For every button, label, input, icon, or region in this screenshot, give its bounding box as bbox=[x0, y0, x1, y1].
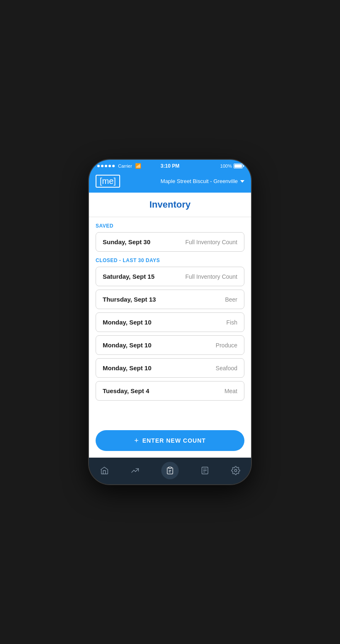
saved-section-label: SAVED bbox=[96, 223, 244, 229]
svg-rect-0 bbox=[169, 467, 172, 468]
page-title: Inventory bbox=[96, 199, 244, 210]
closed-section-label: CLOSED - LAST 30 DAYS bbox=[96, 258, 244, 263]
orders-icon bbox=[200, 466, 209, 475]
page-content: Inventory SAVED Sunday, Sept 30 Full Inv… bbox=[89, 193, 251, 458]
saved-section: SAVED Sunday, Sept 30 Full Inventory Cou… bbox=[96, 223, 244, 252]
closed-card-4[interactable]: Monday, Sept 10 Seafood bbox=[96, 358, 244, 378]
closed-card-2[interactable]: Monday, Sept 10 Fish bbox=[96, 312, 244, 332]
app-logo: [me] bbox=[96, 175, 120, 188]
status-bar: Carrier 📶 3:10 PM 100% bbox=[89, 160, 251, 171]
saved-card-type-0: Full Inventory Count bbox=[185, 239, 237, 245]
enter-count-label: ENTER NEW COUNT bbox=[142, 437, 206, 444]
nav-item-home[interactable] bbox=[100, 466, 109, 475]
saved-card-date-0: Sunday, Sept 30 bbox=[103, 238, 150, 245]
battery-percent: 100% bbox=[220, 163, 232, 168]
carrier-label: Carrier bbox=[118, 163, 132, 168]
home-icon bbox=[100, 466, 109, 475]
enter-new-count-button[interactable]: + ENTER NEW COUNT bbox=[96, 430, 244, 451]
closed-card-type-3: Produce bbox=[216, 342, 237, 349]
chevron-down-icon bbox=[240, 180, 244, 183]
plus-icon: + bbox=[134, 437, 139, 444]
closed-section: CLOSED - LAST 30 DAYS Saturday, Sept 15 … bbox=[96, 258, 244, 401]
bottom-action-area: + ENTER NEW COUNT bbox=[89, 425, 251, 458]
svg-point-7 bbox=[234, 469, 237, 472]
closed-card-3[interactable]: Monday, Sept 10 Produce bbox=[96, 335, 244, 355]
closed-card-0[interactable]: Saturday, Sept 15 Full Inventory Count bbox=[96, 267, 244, 286]
clipboard-icon bbox=[166, 466, 174, 475]
closed-card-1[interactable]: Thursday, Sept 13 Beer bbox=[96, 290, 244, 309]
phone-frame: Carrier 📶 3:10 PM 100% [me] Maple Street… bbox=[89, 160, 251, 484]
status-time: 3:10 PM bbox=[160, 163, 179, 169]
analytics-icon bbox=[131, 466, 140, 475]
closed-card-date-4: Monday, Sept 10 bbox=[103, 364, 151, 372]
closed-card-date-5: Tuesday, Sept 4 bbox=[103, 387, 149, 394]
closed-card-type-0: Full Inventory Count bbox=[185, 273, 237, 280]
status-left: Carrier 📶 bbox=[97, 163, 141, 169]
inventory-active-circle bbox=[161, 462, 179, 479]
saved-card-0[interactable]: Sunday, Sept 30 Full Inventory Count bbox=[96, 232, 244, 252]
closed-card-date-1: Thursday, Sept 13 bbox=[103, 296, 156, 303]
closed-card-type-1: Beer bbox=[225, 296, 237, 303]
location-selector[interactable]: Maple Street Biscuit - Greenville bbox=[160, 178, 244, 184]
nav-item-analytics[interactable] bbox=[131, 466, 140, 475]
wifi-icon: 📶 bbox=[135, 163, 141, 169]
closed-card-type-4: Seafood bbox=[216, 365, 237, 372]
page-title-section: Inventory bbox=[89, 193, 251, 217]
closed-card-type-5: Meat bbox=[224, 388, 237, 394]
signal-dots bbox=[97, 165, 115, 167]
closed-card-date-0: Saturday, Sept 15 bbox=[103, 273, 155, 280]
nav-item-orders[interactable] bbox=[200, 466, 209, 475]
closed-card-type-2: Fish bbox=[227, 319, 237, 326]
content-area: SAVED Sunday, Sept 30 Full Inventory Cou… bbox=[89, 217, 251, 425]
nav-item-settings[interactable] bbox=[231, 466, 240, 475]
closed-card-date-2: Monday, Sept 10 bbox=[103, 319, 151, 326]
battery-icon bbox=[234, 163, 243, 168]
closed-card-5[interactable]: Tuesday, Sept 4 Meat bbox=[96, 381, 244, 401]
status-right: 100% bbox=[220, 163, 243, 168]
bottom-nav bbox=[89, 458, 251, 484]
nav-item-inventory[interactable] bbox=[161, 462, 179, 479]
location-name: Maple Street Biscuit - Greenville bbox=[160, 178, 238, 184]
closed-card-date-3: Monday, Sept 10 bbox=[103, 342, 151, 349]
settings-icon bbox=[231, 466, 240, 475]
app-header: [me] Maple Street Biscuit - Greenville bbox=[89, 171, 251, 193]
